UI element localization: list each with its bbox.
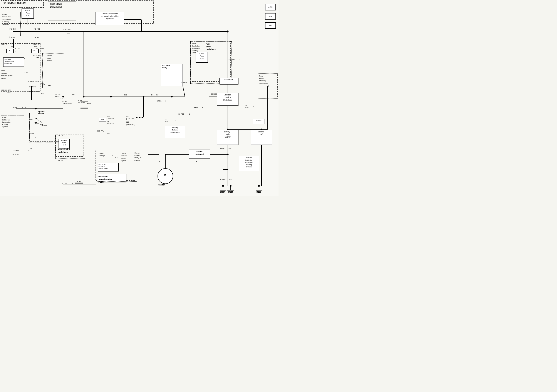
s-label: S — [159, 160, 160, 163]
wire-035ppl: 0.35 PPL — [97, 130, 104, 132]
ign-e-fuse-box: IGN EFuse10 A — [22, 9, 34, 18]
wire-806: 806 — [106, 132, 109, 134]
fuse-block-label-3: FuseBlock –Underhood — [206, 43, 216, 51]
wire-pnk-left-1: 0.35 PNK — [1, 43, 8, 45]
a11-label: A11 — [48, 85, 51, 87]
c1-a3: C1 — [61, 160, 63, 162]
c2-left: C2 — [18, 48, 20, 49]
p100-1: ⊢P100 — [9, 37, 15, 39]
m-label: M — [164, 174, 166, 176]
crank-voltage-label: CrankVoltage — [99, 152, 105, 157]
p100-2: ⊢P100 — [34, 37, 39, 39]
clutch-ss-label: ClutchStartSwitchSignal — [121, 152, 126, 162]
wire-32red-aux-1: 32 RED — [178, 113, 185, 115]
g106-label: G106 — [220, 191, 225, 193]
p100-bottom: ⊢P100 — [76, 180, 81, 182]
wire-dkgrn-2: 0.35 DK GRN — [28, 90, 39, 92]
at-box: A/T — [7, 49, 14, 53]
wire-1-bat-1: 1 — [202, 106, 203, 109]
wire-142-1: 142 — [60, 98, 63, 100]
wire-32red-aux-2: 32RED — [165, 119, 169, 122]
off-label: Off — [34, 136, 36, 138]
wire-3yel: 3 YEL — [62, 182, 67, 184]
fuse-block-label-2: Fuse Block –Underhood — [58, 148, 70, 153]
b-label: B — [196, 160, 197, 163]
wire-035pnk-label: 0.35 PNK — [63, 28, 71, 30]
d12-label: D12 — [124, 94, 127, 96]
c201-label: C201 — [67, 102, 72, 104]
svg-point-54 — [222, 185, 224, 187]
wire-1-19red: 1 — [239, 58, 240, 60]
wire-625-all: 625(All Others) — [126, 121, 135, 126]
conn-id-pcm: CONN IDC1=80 BLUC2=80 GRN — [98, 163, 119, 171]
svg-point-47 — [158, 168, 173, 184]
g105-label: G105 — [256, 191, 261, 193]
wire-59: 59 — [111, 154, 113, 156]
d-label-2: D — [31, 147, 32, 149]
arrow-legend: → — [265, 22, 276, 29]
wire-1433-2: 1433 — [40, 92, 44, 94]
g-label: G — [24, 72, 25, 74]
starter-label: Starter — [158, 184, 165, 186]
d11-label: D11 — [151, 94, 155, 96]
wire-6: 6 — [165, 100, 166, 102]
wire-1-1: 1 — [191, 81, 192, 83]
clutch-start-box: ClutchStartSwitch — [42, 53, 65, 88]
wire-5-1: 5 — [28, 150, 29, 152]
wire-5-2: 5 — [72, 182, 73, 184]
fuse-block-underhood-1: Fuse Block –Underhood — [50, 3, 64, 9]
conn-id-box-1: CONN IDC1=4 LT GRYC2=7 GRY — [3, 58, 24, 67]
power-dist-dashed-left: PowerDistributionSchematicsin WiringSyst… — [1, 12, 21, 36]
wire-3red-b12: 3 RED — [55, 96, 60, 98]
wire-pnk-3: 0.35 PNK — [33, 54, 40, 56]
svg-point-112 — [171, 31, 173, 32]
c1-b12: C1 — [59, 94, 61, 96]
f6-label: F6 — [34, 28, 36, 30]
wire-750: 750 — [229, 178, 232, 180]
b2-label: B2 — [36, 48, 38, 50]
svg-point-94 — [227, 154, 229, 155]
c2-pcm: C2 — [115, 157, 117, 159]
wire-32red-jb-1: 32 RED — [211, 93, 217, 95]
rear-wheel-arrow: ↑ — [268, 84, 269, 88]
ground-dist-box: GroundDistributionSchematicsin WiringSys… — [239, 156, 259, 171]
power-dist-left-label: PowerDistributionSchematicsin WiringSyst… — [2, 13, 11, 25]
desc-legend: D E SC — [265, 13, 276, 20]
rear-wheel-label: RearWheelSteeringSchematics — [259, 75, 268, 85]
c2-f3: C2 — [61, 134, 63, 136]
battery-right-box: Battery –Right(w/8Y9) — [217, 130, 238, 145]
generator-box: Generator — [219, 78, 238, 84]
wire-1-13red: 1 — [253, 105, 254, 107]
wire-1433-4: 1433 — [87, 102, 91, 104]
lock-label: Lock — [31, 133, 34, 135]
c9-label: C9 — [12, 153, 14, 155]
power-dist-box-1: Power Distribution Schematics in Wiring … — [96, 12, 124, 21]
aux-battery-box: AuxiliaryBatterySchematics — [165, 126, 185, 138]
wire-639-left-1: 639 — [11, 45, 14, 47]
acc-label: Acc — [31, 118, 33, 120]
wire-08yel: 0.8 YEL — [13, 150, 19, 152]
svg-point-138 — [83, 96, 85, 98]
wire-625-lu3: 625(LU3, L18) — [126, 115, 134, 120]
hot-start-run-label: Hot in START and RUN — [3, 2, 26, 4]
b3-label: B3 — [29, 86, 32, 88]
ign-a-fuse-box: IGN AFuse40 A — [196, 52, 208, 63]
c202-2: C202 — [32, 86, 36, 88]
junction-block-box: JunctionBlock –Underhood — [217, 93, 238, 106]
wire-1-aux-2: 1 — [175, 120, 176, 121]
wire-dkgrn-4: 0.35DK GRN — [78, 100, 85, 104]
f11-label: F11 — [72, 94, 75, 96]
starter-relay-inner: STARTERRelay — [161, 64, 183, 86]
f9-label: F9 — [9, 28, 12, 30]
crank-fuse-box: CRANKFuse10 A — [59, 139, 70, 149]
starter-enable-label: StarterEnableRelayControl — [134, 152, 140, 161]
wire-1433-left: 1433 — [7, 91, 10, 93]
wire-19red: 19 RED — [229, 58, 235, 60]
at-arrow: → — [14, 50, 16, 52]
mt-arrow: → — [106, 119, 109, 121]
pcm-label: PowertrainControl Module(PCM) — [98, 175, 112, 184]
wire-13red: 13RED — [245, 104, 248, 108]
c201-2: C201 — [15, 153, 19, 155]
wire-150: 150 — [229, 148, 231, 150]
g100-label: G100 — [228, 191, 233, 193]
